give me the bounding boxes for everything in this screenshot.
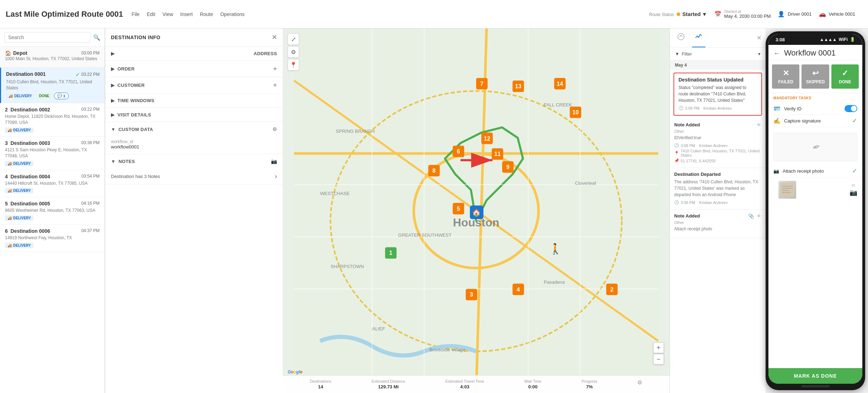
pin-tool[interactable]: 📍 bbox=[288, 59, 299, 70]
search-input[interactable] bbox=[4, 32, 90, 43]
activity-filter[interactable]: ▼ Filter ▾ bbox=[670, 48, 766, 61]
menu-route[interactable]: Route bbox=[200, 11, 213, 17]
menu-insert[interactable]: Insert bbox=[180, 11, 193, 17]
section-visit-details-header[interactable]: ▶ VISIT DETAILS bbox=[105, 108, 283, 122]
workflow-title: Workflow 0001 bbox=[784, 48, 836, 58]
signature-image: ✒ bbox=[810, 140, 821, 154]
dest-tags-6: 🚚 DELIVERY bbox=[5, 243, 100, 248]
svg-text:FALL CREEK: FALL CREEK bbox=[544, 102, 572, 108]
skipped-button[interactable]: ↩ SKIPPED bbox=[802, 64, 829, 89]
mobile-frame: 3:08 ▲▲▲▲ WiFi 🔋 ← Workflow 0001 ✕ FAILE… bbox=[766, 31, 865, 390]
activity-subtitle-4: Other bbox=[674, 220, 761, 225]
failed-label: FAILED bbox=[778, 79, 793, 84]
activity-close-icon[interactable]: ✕ bbox=[757, 35, 761, 41]
destinations-val: 14 bbox=[318, 384, 323, 389]
depot-name: Depot bbox=[13, 50, 27, 56]
receipt-row: to 📷 bbox=[768, 178, 862, 203]
menu-operations[interactable]: Operations bbox=[220, 11, 244, 17]
back-button[interactable]: ← bbox=[773, 49, 781, 57]
section-time-windows-header[interactable]: ▶ TIME WINDOWS bbox=[105, 94, 283, 108]
attach-left: 📷 Attach receipt photo bbox=[773, 168, 824, 174]
dest-name-4: 4 Destination 0004 bbox=[5, 174, 50, 179]
dest-info-header: DESTINATION INFO ✕ bbox=[105, 28, 283, 47]
svg-text:Pasadena: Pasadena bbox=[544, 279, 565, 285]
toggle-verify-id[interactable] bbox=[845, 105, 857, 112]
dest-time-3: 03:38 PM bbox=[81, 140, 100, 145]
close-icon[interactable]: ✕ bbox=[272, 33, 277, 41]
section-customer-header[interactable]: ▶ CUSTOMER + bbox=[105, 77, 283, 93]
started-at-item: 📅 Started at May 4, 2030 03:00 PM bbox=[714, 9, 771, 19]
activity-user-3: Kristian Andreev bbox=[699, 200, 728, 205]
menu-file[interactable]: File bbox=[132, 11, 140, 17]
tag-notes-1[interactable]: 💬 3 bbox=[54, 93, 69, 99]
dest-name-1: Destination 0001 bbox=[6, 71, 46, 77]
map-area[interactable]: Houston 🏠 1 2 3 4 5 6 7 bbox=[283, 28, 670, 393]
skip-icon: ↩ bbox=[812, 69, 819, 78]
activity-title-1: Destination Status Updated bbox=[678, 77, 757, 83]
section-address-header[interactable]: ▶ ADDRESS bbox=[105, 47, 283, 61]
tag-delivery-5: 🚚 DELIVERY bbox=[5, 215, 33, 221]
activity-title-4: Note Added bbox=[674, 213, 700, 219]
menu-view[interactable]: View bbox=[163, 11, 173, 17]
search-bar: 🔍 bbox=[0, 28, 105, 47]
zoom-out-button[interactable]: − bbox=[653, 354, 664, 365]
receipt-thumbnail[interactable] bbox=[778, 181, 796, 199]
tab-activity[interactable] bbox=[692, 28, 705, 47]
filter-icon: ▼ bbox=[675, 51, 680, 57]
section-order: ▶ ORDER + bbox=[105, 61, 283, 77]
wait-time-val: 0:00 bbox=[528, 384, 537, 389]
section-notes-header[interactable]: ▼ NOTES 📷 bbox=[105, 154, 283, 168]
add-photo-area: to 📷 bbox=[850, 183, 857, 197]
photo-icon-notes[interactable]: 📷 bbox=[271, 158, 277, 164]
to-label: to bbox=[852, 183, 855, 187]
failed-button[interactable]: ✕ FAILED bbox=[772, 64, 799, 89]
route-status-value[interactable]: Started ▾ bbox=[677, 11, 706, 17]
menu-edit[interactable]: Edit bbox=[147, 11, 155, 17]
activity-item-4: Note Added 📎 👁 Other Attach receipt phot… bbox=[670, 210, 766, 238]
add-camera-icon[interactable]: 📷 bbox=[850, 189, 857, 197]
tab-route[interactable] bbox=[674, 28, 688, 47]
activity-body-3: The address '7410 Cullen Blvd, Houston, … bbox=[674, 179, 761, 198]
depot-address: 1000 Main St, Houston, TX 77002, United … bbox=[5, 56, 100, 62]
svg-text:1: 1 bbox=[389, 250, 393, 256]
activity-body-4: Attach receipt photo bbox=[674, 226, 761, 232]
mark-as-done-button[interactable]: MARK AS DONE bbox=[768, 368, 862, 384]
done-button[interactable]: ✓ DONE bbox=[831, 64, 859, 89]
section-order-header[interactable]: ▶ ORDER + bbox=[105, 61, 283, 77]
tag-delivery-3: 🚚 DELIVERY bbox=[5, 161, 33, 166]
menu-bar: File Edit View Insert Route Operations bbox=[132, 11, 245, 17]
truck-icon: 🚚 bbox=[9, 94, 13, 98]
activity-item-3: Destination Departed The address '7410 C… bbox=[670, 168, 766, 210]
section-time-windows: ▶ TIME WINDOWS bbox=[105, 94, 283, 108]
started-at-label: Started at bbox=[724, 9, 771, 14]
svg-text:GREATER SOUTHWEST: GREATER SOUTHWEST bbox=[398, 232, 452, 238]
eye-icon-2[interactable]: 👁 bbox=[756, 122, 761, 128]
expand-tool[interactable]: ⤢ bbox=[288, 33, 299, 45]
driver-icon: 👤 bbox=[778, 11, 785, 17]
dest-item-5[interactable]: 5 Destination 0005 04:16 PM 8605 Westhei… bbox=[0, 197, 105, 225]
gear-icon-cd[interactable]: ⚙ bbox=[272, 126, 277, 132]
add-order-icon[interactable]: + bbox=[273, 65, 277, 73]
location-icon-2: 📍 bbox=[674, 151, 679, 156]
dest-item-1[interactable]: Destination 0001 ✓ 03:22 PM 7410 Cullen … bbox=[0, 68, 105, 104]
section-custom-data-header[interactable]: ▼ CUSTOM DATA ⚙ bbox=[105, 122, 283, 136]
custom-data-key: workflow_id bbox=[111, 139, 277, 144]
dest-item-6[interactable]: 6 Destination 0006 04:37 PM 14919 Northw… bbox=[0, 225, 105, 252]
section-notes: ▼ NOTES 📷 Destination has 3 Notes › bbox=[105, 154, 283, 185]
mandatory-tasks-section: MANDATORY TASKS 🪪 Verify ID ✍ Capture si… bbox=[768, 93, 862, 130]
eye-icon-4[interactable]: 👁 bbox=[756, 213, 761, 219]
truck-icon-5: 🚚 bbox=[7, 216, 12, 220]
zoom-in-button[interactable]: + bbox=[653, 342, 664, 353]
activity-date: May 4 bbox=[670, 61, 766, 70]
dest-item-4[interactable]: 4 Destination 0004 03:54 PM 14440 Hillcr… bbox=[0, 170, 105, 198]
settings-tool[interactable]: ⚙ bbox=[288, 46, 299, 58]
dest-item-3[interactable]: 3 Destination 0003 03:38 PM 4121 S Sam H… bbox=[0, 137, 105, 170]
section-visit-details: ▶ VISIT DETAILS bbox=[105, 108, 283, 122]
add-customer-icon[interactable]: + bbox=[273, 82, 277, 89]
notes-row[interactable]: Destination has 3 Notes › bbox=[105, 168, 283, 184]
dest-item-2[interactable]: 2 Destination 0002 03:22 PM Home Depot, … bbox=[0, 103, 105, 137]
gear-icon-bottom[interactable]: ⚙ bbox=[637, 379, 642, 389]
depot-item[interactable]: 🏠 Depot 03:00 PM 1000 Main St, Houston, … bbox=[0, 47, 105, 68]
dest-info-body: ▶ ADDRESS ▶ ORDER + ▶ CUSTOMER + bbox=[105, 47, 283, 393]
svg-rect-57 bbox=[780, 183, 794, 197]
